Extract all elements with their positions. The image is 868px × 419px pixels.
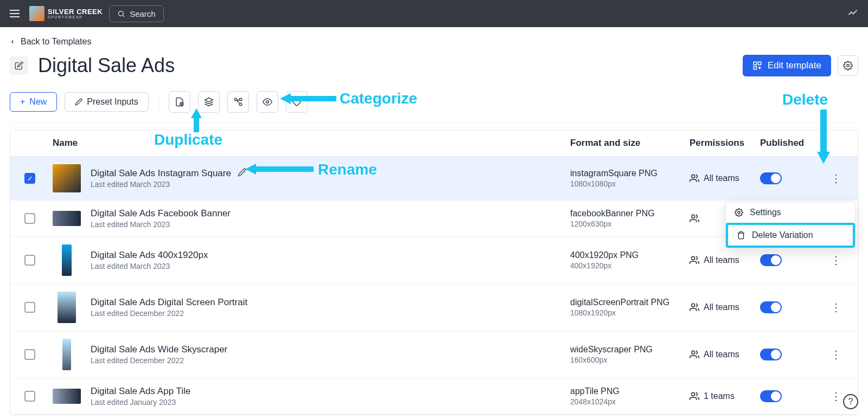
rename-template-button[interactable] [10, 56, 28, 75]
permission-text: 1 teams [704, 391, 735, 401]
table-row[interactable]: Digital Sale Ads Wide SkyscraperLast edi… [10, 331, 858, 378]
row-permissions: All teams [690, 173, 760, 183]
row-menu-button[interactable]: ⋮ [820, 348, 852, 361]
row-name: Digital Sale Ads 400x1920px [91, 250, 208, 261]
toolbar: + New Preset Inputs [10, 91, 858, 123]
row-edited: Last edited March 2023 [91, 220, 231, 229]
row-edited: Last edited January 2023 [91, 398, 190, 407]
row-checkbox[interactable] [24, 302, 35, 313]
row-thumbnail [53, 389, 81, 404]
pencil-icon [75, 98, 82, 106]
row-permissions: All teams [690, 255, 760, 265]
duplicate-button[interactable] [198, 91, 220, 113]
svg-point-15 [692, 256, 695, 260]
users-icon [690, 173, 699, 183]
row-checkbox[interactable] [24, 255, 35, 266]
brand-logo-image [29, 6, 44, 21]
plus-icon: + [20, 97, 25, 107]
col-format: Format and size [570, 138, 690, 149]
table-row[interactable]: Digital Sale Ads App TileLast edited Jan… [10, 378, 858, 415]
new-button[interactable]: + New [10, 92, 57, 112]
back-link-text: Back to Templates [21, 37, 91, 47]
search-icon [117, 10, 125, 18]
permission-text: All teams [704, 255, 739, 265]
table-row[interactable]: Digital Sale Ads Instagram SquareLast ed… [10, 157, 858, 201]
users-icon [690, 214, 699, 223]
row-checkbox[interactable] [24, 391, 35, 402]
published-toggle[interactable] [760, 172, 782, 184]
preset-inputs-button[interactable]: Preset Inputs [65, 92, 148, 112]
row-checkbox[interactable] [24, 173, 35, 184]
row-size: 400x1920px [570, 261, 690, 270]
row-context-menu: Settings Delete Variation [725, 202, 856, 248]
svg-point-19 [738, 211, 740, 214]
row-edited: Last edited March 2023 [91, 180, 246, 189]
row-menu-button[interactable]: ⋮ [820, 301, 852, 314]
users-icon [690, 350, 699, 359]
share-icon [233, 97, 243, 107]
search-label: Search [130, 9, 156, 18]
brand-logo[interactable]: SILVER CREEK SPORTSWEAR [29, 6, 103, 21]
row-size: 1080x1080px [570, 179, 690, 188]
permission-text: All teams [704, 173, 739, 183]
published-toggle[interactable] [760, 349, 782, 360]
preview-button[interactable] [257, 91, 278, 113]
page-title: Digital Sale Ads [38, 54, 175, 77]
template-settings-button[interactable] [838, 55, 858, 76]
row-name: Digital Sale Ads Digital Screen Portrait [91, 297, 247, 308]
tag-icon [292, 97, 302, 107]
help-button[interactable]: ? [843, 394, 858, 409]
trash-icon [737, 231, 745, 240]
users-icon [690, 255, 699, 265]
row-name: Digital Sale Ads Wide Skyscraper [91, 344, 227, 355]
users-icon [690, 302, 699, 312]
back-link[interactable]: Back to Templates [10, 37, 858, 47]
variations-table: Name Format and size Permissions Publish… [10, 130, 858, 415]
row-menu-button[interactable]: ⋮ [820, 172, 852, 185]
row-thumbnail [58, 292, 76, 323]
share-button[interactable] [227, 91, 249, 113]
eye-icon [263, 97, 272, 107]
help-icon: ? [848, 397, 853, 407]
row-name: Digital Sale Ads Instagram Square [91, 168, 231, 179]
table-row[interactable]: Digital Sale Ads Digital Screen Portrait… [10, 284, 858, 331]
categorize-button[interactable] [286, 91, 308, 113]
svg-point-5 [847, 65, 850, 67]
row-format: 400x1920px PNG [570, 250, 690, 260]
published-toggle[interactable] [760, 254, 782, 266]
col-name: Name [48, 138, 570, 149]
export-button[interactable] [169, 91, 190, 113]
row-thumbnail [53, 211, 81, 226]
row-permissions: All teams [690, 302, 760, 312]
rename-row-button[interactable] [238, 168, 246, 179]
layers-icon [204, 97, 214, 107]
row-name: Digital Sale Ads App Tile [91, 386, 190, 397]
row-checkbox[interactable] [24, 213, 35, 224]
published-toggle[interactable] [760, 390, 782, 402]
analytics-icon[interactable] [847, 7, 861, 20]
menu-settings[interactable]: Settings [726, 202, 855, 223]
row-edited: Last edited December 2022 [91, 309, 247, 318]
row-size: 1080x1920px [570, 308, 690, 317]
svg-point-11 [266, 101, 269, 104]
menu-delete-variation[interactable]: Delete Variation [728, 225, 853, 246]
row-menu-button[interactable]: ⋮ [820, 254, 852, 267]
row-format: appTile PNG [570, 386, 690, 396]
svg-line-1 [123, 15, 125, 17]
row-checkbox[interactable] [24, 349, 35, 360]
svg-point-0 [119, 11, 124, 16]
menu-icon[interactable] [7, 7, 23, 21]
row-thumbnail [62, 339, 71, 370]
row-size: 160x600px [570, 356, 690, 364]
chevron-left-icon [10, 38, 15, 46]
edit-template-button[interactable]: Edit template [743, 55, 831, 76]
preset-inputs-label: Preset Inputs [87, 97, 138, 107]
toolbar-divider [158, 94, 159, 109]
row-permissions: All teams [690, 350, 760, 359]
svg-rect-2 [754, 62, 756, 65]
row-format: instagramSquare PNG [570, 169, 690, 178]
row-edited: Last edited March 2023 [91, 262, 208, 270]
svg-point-17 [692, 351, 695, 354]
published-toggle[interactable] [760, 301, 782, 313]
search-button[interactable]: Search [109, 5, 164, 22]
